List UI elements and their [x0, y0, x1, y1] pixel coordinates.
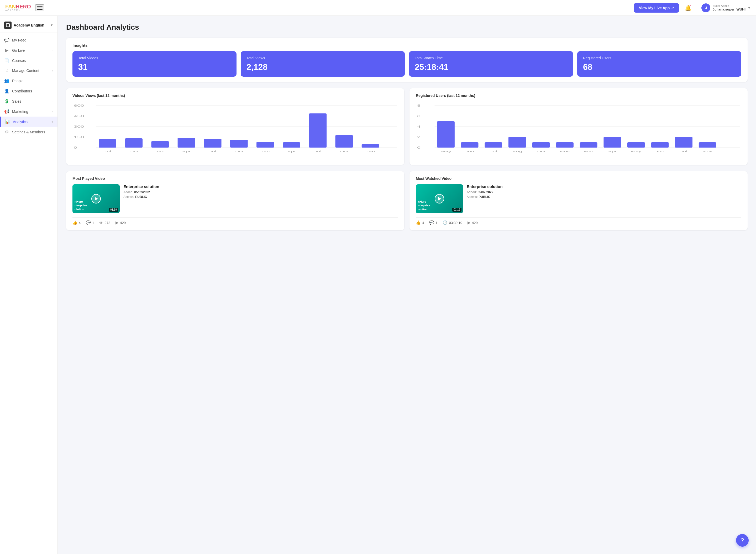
svg-rect-48	[580, 142, 597, 148]
svg-text:Aug: Aug	[512, 150, 522, 153]
stat-value: 68	[583, 62, 736, 72]
svg-text:300: 300	[74, 125, 84, 128]
courses-icon: 📄	[4, 58, 9, 63]
svg-text:Jan: Jan	[156, 150, 165, 153]
page-title: Dashboard Analytics	[66, 23, 748, 32]
svg-rect-42	[437, 121, 455, 148]
comments-stat: 💬 1	[86, 220, 94, 225]
workspace-icon	[4, 21, 11, 29]
svg-rect-14	[204, 139, 222, 148]
svg-rect-15	[230, 140, 248, 148]
logo: FANHERO ACADEMY	[5, 4, 31, 11]
svg-text:Jun: Jun	[655, 150, 665, 153]
play-icon	[438, 197, 441, 201]
sidebar-item-marketing[interactable]: 📢 Marketing ›	[0, 106, 57, 117]
views-chart-card: Videos Views (last 12 months) 600 450 30…	[66, 88, 404, 165]
plays-count: 429	[472, 221, 478, 225]
watch-time-stat: 🕐 03:39:19	[443, 220, 462, 225]
plays-count: 429	[120, 221, 126, 225]
stat-card-total-views: Total Views 2,128	[241, 51, 405, 77]
logo-subtitle: ACADEMY	[5, 9, 21, 11]
comments-count: 1	[435, 221, 437, 225]
svg-text:Oct: Oct	[536, 150, 545, 153]
svg-rect-50	[627, 142, 645, 148]
svg-text:Oct: Oct	[235, 150, 244, 153]
sidebar-item-label: Manage Content	[12, 68, 50, 73]
stat-value: 2,128	[246, 62, 399, 72]
most-watched-thumbnail[interactable]: nHero nterprise olution 01:19	[416, 184, 463, 213]
views-chart-svg: 600 450 300 150 0	[72, 102, 398, 160]
chevron-right-icon: ›	[52, 110, 53, 113]
sidebar-item-analytics[interactable]: 📊 Analytics ∨	[0, 117, 57, 127]
svg-text:May: May	[441, 150, 452, 153]
settings-icon: ⚙	[4, 129, 9, 134]
svg-rect-51	[651, 142, 669, 148]
svg-rect-43	[461, 142, 478, 148]
workspace-selector[interactable]: Academy English ▼	[0, 19, 57, 33]
most-played-thumbnail[interactable]: nHero nterprise olution 01:19	[72, 184, 120, 213]
top-bar: FANHERO ACADEMY View My Live App ↗ 🔔	[0, 0, 756, 16]
most-played-title: Most Played Video	[72, 176, 398, 181]
sidebar-item-contributors[interactable]: 👤 Contributors	[0, 86, 57, 96]
likes-count: 4	[79, 221, 80, 225]
svg-text:Jul: Jul	[314, 150, 321, 153]
sidebar-item-manage-content[interactable]: 🖥 Manage Content ›	[0, 66, 57, 75]
sidebar: Academy English ▼ 💬 My Feed ▶ Go Live › …	[0, 16, 58, 554]
svg-text:Jul: Jul	[490, 150, 497, 153]
insights-label: Insights	[72, 43, 741, 48]
chat-icon: 💬	[4, 38, 9, 43]
users-chart-title: Registered Users (last 12 months)	[416, 94, 741, 98]
notifications-button[interactable]: 🔔	[683, 3, 693, 13]
views-stat: 👁 273	[99, 221, 110, 225]
most-watched-card: Most Watched Video nHero nterprise oluti…	[409, 171, 748, 230]
svg-text:8: 8	[417, 104, 420, 107]
svg-text:Jan: Jan	[261, 150, 270, 153]
video-duration: 01:19	[109, 208, 118, 212]
svg-rect-49	[603, 137, 621, 148]
sidebar-item-label: Marketing	[12, 109, 50, 114]
top-bar-left: FANHERO ACADEMY	[5, 4, 44, 11]
support-icon: ?	[741, 537, 744, 544]
svg-rect-12	[151, 141, 169, 148]
plays-stat: ▶ 429	[467, 220, 478, 225]
hamburger-menu[interactable]	[35, 4, 44, 11]
sidebar-item-label: Analytics	[13, 120, 49, 124]
plays-stat: ▶ 429	[116, 220, 126, 225]
svg-rect-16	[256, 142, 274, 148]
video-access: Access: PUBLIC	[467, 195, 741, 199]
svg-text:4: 4	[417, 125, 420, 128]
most-watched-meta: Enterprise solution Added: 05/02/2022 Ac…	[467, 184, 741, 199]
sales-icon: 💲	[4, 99, 9, 104]
live-icon: ▶	[4, 48, 9, 53]
eye-icon: 👁	[99, 221, 103, 225]
most-played-preview: nHero nterprise olution 01:19	[72, 184, 398, 213]
svg-text:150: 150	[74, 136, 84, 138]
svg-text:Apr: Apr	[608, 150, 617, 153]
support-button[interactable]: ?	[736, 534, 749, 547]
svg-text:Jul: Jul	[680, 150, 687, 153]
view-live-button[interactable]: View My Live App ↗	[634, 3, 679, 13]
sidebar-item-label: My Feed	[12, 38, 53, 42]
play-count-icon: ▶	[116, 220, 119, 225]
main-content: Dashboard Analytics Insights Total Video…	[58, 16, 756, 554]
user-menu-button[interactable]: J Super Admin Juliana.super_WUHI ▼	[701, 3, 751, 12]
content-icon: 🖥	[4, 68, 9, 73]
comment-icon: 💬	[429, 220, 434, 225]
sidebar-item-people[interactable]: 👥 People	[0, 75, 57, 86]
sidebar-item-go-live[interactable]: ▶ Go Live ›	[0, 45, 57, 55]
sidebar-item-label: Settings & Members	[12, 130, 53, 134]
svg-text:Oct: Oct	[340, 150, 349, 153]
svg-text:2: 2	[417, 136, 420, 138]
sidebar-item-settings[interactable]: ⚙ Settings & Members	[0, 127, 57, 137]
sidebar-item-my-feed[interactable]: 💬 My Feed	[0, 35, 57, 45]
svg-text:Nov: Nov	[560, 150, 570, 153]
most-played-stats: 👍 4 💬 1 👁 273 ▶ 429	[72, 217, 398, 225]
video-added: Added: 05/02/2022	[467, 190, 741, 194]
comments-count: 1	[92, 221, 94, 225]
sidebar-item-sales[interactable]: 💲 Sales ›	[0, 96, 57, 106]
users-chart-card: Registered Users (last 12 months) 8 6 4 …	[409, 88, 748, 165]
thumbs-up-icon: 👍	[416, 220, 421, 225]
stat-card-total-videos: Total Videos 31	[72, 51, 236, 77]
sidebar-item-courses[interactable]: 📄 Courses	[0, 55, 57, 66]
views-count: 273	[105, 221, 110, 225]
